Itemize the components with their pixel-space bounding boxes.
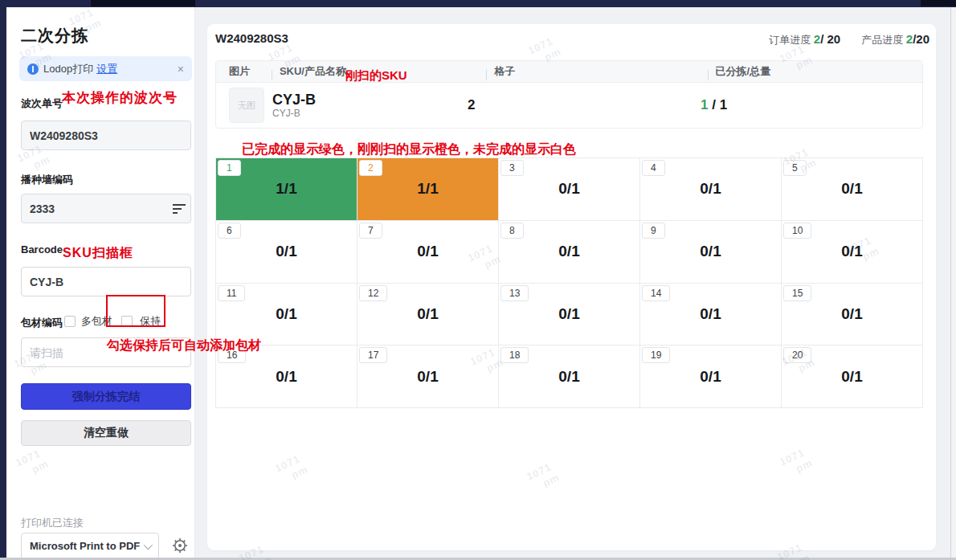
cell-progress-value: 0/1 [276,305,296,323]
grid-cell-3: 30/1 [499,158,639,220]
cell-number-badge: 8 [500,223,524,239]
cell-number-badge: 18 [500,347,529,363]
annotation-keep: 勾选保持后可自动添加包材 [107,337,261,354]
grid-cell-12: 120/1 [357,284,498,345]
cell-number-badge: 13 [500,285,529,301]
window-right-strip [951,7,956,558]
cell-progress-value: 0/1 [558,243,579,260]
cell-progress-value: 0/1 [841,180,862,198]
wave-number-input[interactable] [21,121,191,150]
grid: 11/121/130/140/150/160/170/180/190/1100/… [215,157,923,408]
grid-cell-4: 40/1 [640,158,781,220]
grid-cell-7: 70/1 [357,221,498,283]
cell-number-badge: 20 [783,347,811,363]
grid-cell-14: 140/1 [640,284,781,345]
sku-name: CYJ-B [272,92,460,108]
barcode-input[interactable] [21,267,191,296]
table-row: 无图 CYJ-B CYJ-B 2 1 / 1 [216,83,922,128]
grid-cell-16: 160/1 [216,345,357,407]
page-title: 二次分拣 [21,25,88,47]
window-right-edge [950,7,951,558]
info-icon [27,63,39,75]
cell-progress-value: 0/1 [700,180,721,198]
cell-progress-value: 0/1 [841,305,862,323]
cell-number-badge: 12 [359,285,387,301]
barcode-label: Barcode [21,243,63,255]
cell-number-badge: 9 [642,223,665,239]
multi-packing-checkbox[interactable]: 多包材 [64,314,112,329]
wave-card-title: W2409280S3 [215,31,288,45]
cell-number-badge: 4 [642,160,665,176]
clear-redo-button[interactable]: 清空重做 [21,420,191,446]
window-notch-right [921,0,956,6]
window-left-bar [0,0,6,560]
header-picked: 已分拣/总量 [708,64,922,79]
grid-cell-5: 50/1 [782,158,922,220]
cell-progress-value: 1/1 [417,180,438,198]
product-progress: 产品进度 2/20 [861,32,929,47]
cell-number-badge: 14 [642,285,670,301]
cell-progress-value: 0/1 [276,368,296,386]
close-icon[interactable]: × [178,63,184,76]
annotation-keep-rect [106,295,165,327]
force-finish-button[interactable]: 强制分拣完结 [21,383,191,410]
grid-cell-18: 180/1 [499,345,639,407]
seeding-wall-input[interactable] [21,194,191,223]
cell-progress-value: 0/1 [417,243,438,260]
grid-cell-15: 150/1 [782,284,922,345]
packing-code-label: 包材编码 [21,316,63,330]
printer-select[interactable]: Microsoft Print to PDF [21,533,159,559]
cell-number-badge: 5 [783,160,807,176]
grid-cell-2: 21/1 [357,158,498,220]
cell-progress-value: 0/1 [558,180,579,198]
cell-progress-value: 0/1 [276,243,296,260]
cell-progress-value: 0/1 [417,305,438,323]
cell-number-badge: 2 [359,160,382,176]
cell-progress-value: 0/1 [841,243,862,260]
lodop-banner: Lodop打印 设置 × [19,56,192,81]
cell-number-badge: 11 [218,285,245,301]
grid-cell-8: 80/1 [499,221,639,283]
cell-number-badge: 3 [500,160,524,176]
grid-cell-6: 60/1 [216,221,357,283]
grid-cell-9: 90/1 [640,221,781,283]
grid-cell-10: 100/1 [782,221,922,283]
sku-code: CYJ-B [272,108,460,119]
cell-progress-value: 0/1 [558,368,579,386]
sku-cell: CYJ-B CYJ-B [264,92,460,120]
annotation-legend: 已完成的显示绿色，刚刚扫的显示橙色，未完成的显示白色 [242,141,576,158]
list-icon[interactable] [172,203,186,215]
annotation-wave: 本次操作的波次号 [62,88,178,107]
cell-progress-value: 0/1 [700,305,721,323]
cell-number-badge: 15 [783,285,811,301]
seeding-wall-label: 播种墙编码 [21,173,73,187]
cell-progress-value: 1/1 [276,180,296,198]
cell-number-badge: 17 [359,347,387,363]
progress-indicators: 订单进度 2/ 20 产品进度 2/20 [769,32,929,47]
grid-cell-11: 110/1 [216,284,357,345]
wave-number-label: 波次单号 [21,96,63,111]
slot-number: 2 [460,97,681,113]
grid-cell-20: 200/1 [782,345,922,407]
cell-progress-value: 0/1 [700,368,721,386]
cell-number-badge: 19 [642,347,670,363]
cell-progress-value: 0/1 [558,305,579,323]
window-notch [91,0,195,6]
no-image-placeholder: 无图 [229,88,264,123]
cell-number-badge: 7 [359,223,382,239]
order-progress: 订单进度 2/ 20 [769,32,840,47]
header-image: 图片 [216,64,272,79]
gear-icon[interactable] [172,538,188,554]
lodop-banner-text: Lodop打印 [43,62,93,76]
cell-progress-value: 0/1 [417,368,438,386]
checkbox-icon[interactable] [64,316,76,327]
printer-select-value: Microsoft Print to PDF [30,540,140,552]
cell-number-badge: 10 [783,223,811,239]
lodop-settings-link[interactable]: 设置 [96,62,117,76]
printer-status-label: 打印机已连接 [21,516,84,530]
grid-cell-1: 11/1 [216,158,357,220]
grid-cell-17: 170/1 [357,345,498,407]
cell-number-badge: 1 [218,160,241,176]
cell-progress-value: 0/1 [841,368,862,386]
sku-table-header: 图片 SKU/产品名称 格子 已分拣/总量 [216,61,922,83]
